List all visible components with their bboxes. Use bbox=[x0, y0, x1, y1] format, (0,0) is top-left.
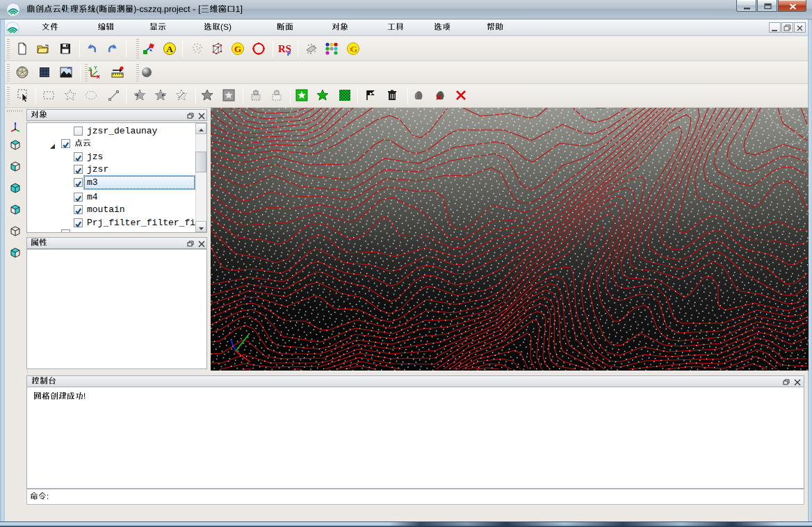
svg-text:Y: Y bbox=[94, 65, 97, 70]
svg-text::: : bbox=[350, 46, 352, 52]
svg-text:A: A bbox=[166, 44, 173, 54]
svg-text:X: X bbox=[97, 74, 100, 79]
svg-text:p: p bbox=[287, 49, 291, 56]
svg-text:Z: Z bbox=[88, 67, 92, 72]
svg-text:G: G bbox=[234, 44, 241, 54]
